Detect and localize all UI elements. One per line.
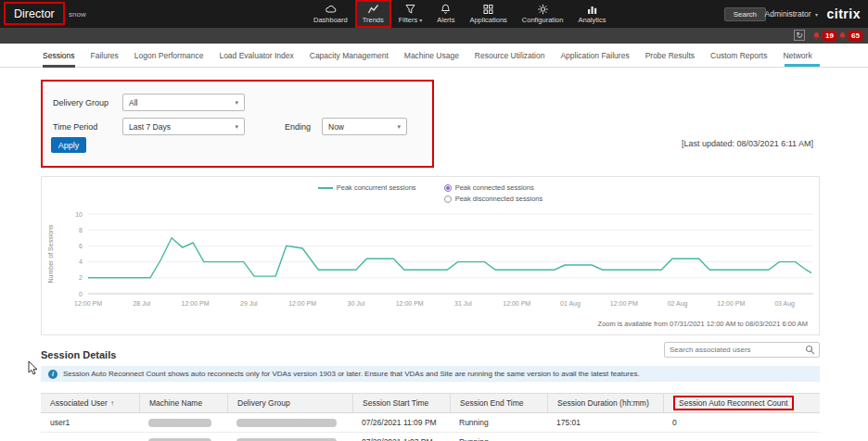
tab-failures[interactable]: Failures xyxy=(91,44,119,68)
nav-applications[interactable]: Applications xyxy=(462,0,514,28)
chevron-down-icon: ▾ xyxy=(235,99,238,107)
svg-text:4: 4 xyxy=(79,258,83,265)
apply-button[interactable]: Apply xyxy=(51,137,86,153)
sessions-chart-panel: Peak concurrent sessions Peak connected … xyxy=(41,176,820,335)
svg-text:6: 6 xyxy=(79,243,83,249)
cloud-icon xyxy=(325,4,337,15)
chevron-down-icon: ▾ xyxy=(419,18,422,23)
radio-selected-icon[interactable] xyxy=(444,184,452,192)
svg-text:8: 8 xyxy=(79,227,83,233)
bar-chart-icon xyxy=(586,4,598,15)
director-logo: Director xyxy=(4,2,65,25)
cell-delivery-group xyxy=(227,413,352,432)
user-menu[interactable]: Administrator ▾ xyxy=(765,9,818,19)
redacted-value xyxy=(148,438,211,441)
legend-peak-concurrent: Peak concurrent sessions xyxy=(318,183,416,192)
tab-capacity-management[interactable]: Capacity Management xyxy=(310,44,389,68)
tab-machine-usage[interactable]: Machine Usage xyxy=(404,44,459,68)
nav-filters[interactable]: Filters▾ xyxy=(391,0,429,28)
warning-alerts-badge[interactable]: 65 xyxy=(838,31,862,41)
search-input[interactable] xyxy=(665,346,805,354)
tab-scrollbar[interactable] xyxy=(785,64,820,67)
sort-ascending-icon: ↑ xyxy=(110,399,114,408)
ending-select[interactable]: Now▾ xyxy=(322,118,407,135)
delivery-group-select[interactable]: All▾ xyxy=(122,94,245,111)
sessions-trend-chart[interactable]: Number of Sessions 024681012:00 PM28 Jul… xyxy=(42,201,821,321)
zoom-availability-note: Zoom is available from 07/31/2021 12:00 … xyxy=(598,320,808,328)
column-header-machine-name[interactable]: Machine Name xyxy=(139,394,227,412)
legend-peak-connected[interactable]: Peak connected sessions xyxy=(444,183,543,192)
cell-session-start-time: 07/28/2021 1:03 PM xyxy=(352,433,450,441)
cell-machine-name xyxy=(139,433,227,441)
cell-session-duration xyxy=(547,433,663,441)
magnifier-icon[interactable] xyxy=(805,345,815,355)
tab-sessions[interactable]: Sessions xyxy=(43,44,75,68)
column-header-associated-user[interactable]: Associated User↑ xyxy=(41,394,139,412)
cell-session-duration: 175:01 xyxy=(547,413,663,432)
citrix-logo: citrix xyxy=(827,6,861,21)
last-updated-text: [Last updated: 08/03/2021 6:11 AM] xyxy=(682,139,813,148)
time-period-select[interactable]: Last 7 Days▾ xyxy=(122,118,245,135)
mouse-cursor xyxy=(28,361,39,375)
svg-text:28 Jul: 28 Jul xyxy=(133,300,150,307)
grid-icon xyxy=(482,4,494,15)
svg-text:Number of Sessions: Number of Sessions xyxy=(47,224,54,284)
cell-reconnect-count: 0 xyxy=(663,413,820,432)
nav-trends[interactable]: Trends xyxy=(355,0,391,28)
column-header-session-start-time[interactable]: Session Start Time xyxy=(352,394,450,412)
chevron-down-icon: ▾ xyxy=(235,123,238,131)
trends-tab-bar: Sessions Failures Logon Performance Load… xyxy=(0,44,868,68)
top-navigation-bar: Director snow Dashboard Trends Filters▾ … xyxy=(0,0,868,28)
redacted-value xyxy=(236,419,337,427)
session-details-title: Session Details xyxy=(41,349,116,360)
annotated-header-label: Session Auto Reconnect Count xyxy=(673,396,794,410)
tab-resource-utilization[interactable]: Resource Utilization xyxy=(475,44,545,68)
critical-alerts-badge[interactable]: 19 xyxy=(812,31,836,41)
tab-application-failures[interactable]: Application Failures xyxy=(560,44,629,68)
column-header-delivery-group[interactable]: Delivery Group xyxy=(227,394,352,412)
trend-line-icon xyxy=(367,4,379,15)
tab-load-evaluator-index[interactable]: Load Evaluator Index xyxy=(219,44,293,68)
tab-logon-performance[interactable]: Logon Performance xyxy=(134,44,204,68)
column-header-session-end-time[interactable]: Session End Time xyxy=(450,394,547,412)
site-name: snow xyxy=(69,10,86,19)
table-header-row: Associated User↑ Machine Name Delivery G… xyxy=(41,393,820,413)
cell-machine-name xyxy=(139,413,227,432)
associated-user-search xyxy=(664,342,820,358)
table-row[interactable]: 07/28/2021 1:03 PM Running xyxy=(41,433,820,441)
refresh-icon[interactable]: ↻ xyxy=(794,30,805,41)
svg-text:31 Jul: 31 Jul xyxy=(454,300,472,307)
nav-configuration[interactable]: Configuration xyxy=(515,0,571,28)
redacted-value xyxy=(148,419,211,427)
funnel-icon xyxy=(404,4,416,15)
svg-text:2: 2 xyxy=(79,274,83,281)
svg-text:12:00 PM: 12:00 PM xyxy=(288,300,316,307)
svg-text:10: 10 xyxy=(75,211,83,218)
cell-session-end-time: Running xyxy=(450,433,547,441)
cell-delivery-group xyxy=(227,433,352,441)
chevron-down-icon: ▾ xyxy=(397,123,401,131)
svg-text:01 Aug: 01 Aug xyxy=(560,300,581,308)
nav-alerts[interactable]: Alerts xyxy=(429,0,462,28)
info-icon: i xyxy=(48,370,57,379)
svg-text:12:00 PM: 12:00 PM xyxy=(503,300,530,307)
svg-text:12:00 PM: 12:00 PM xyxy=(182,300,210,307)
tab-custom-reports[interactable]: Custom Reports xyxy=(710,44,767,68)
tab-probe-results[interactable]: Probe Results xyxy=(645,44,695,68)
column-header-session-duration[interactable]: Session Duration (hh:mm) xyxy=(547,394,663,412)
search-button[interactable]: Search xyxy=(724,7,766,21)
time-period-label: Time Period xyxy=(53,122,97,132)
nav-analytics[interactable]: Analytics xyxy=(570,0,613,28)
svg-text:30 Jul: 30 Jul xyxy=(348,300,365,307)
cell-reconnect-count xyxy=(663,433,820,441)
nav-dashboard[interactable]: Dashboard xyxy=(306,0,355,28)
column-header-session-auto-reconnect-count[interactable]: Session Auto Reconnect Count xyxy=(663,394,820,412)
table-row[interactable]: user1 07/26/2021 11:09 PM Running 175:01… xyxy=(41,413,820,433)
cell-session-end-time: Running xyxy=(450,413,547,432)
delivery-group-label: Delivery Group xyxy=(53,98,108,107)
svg-text:12:00 PM: 12:00 PM xyxy=(74,300,102,307)
svg-text:12:00 PM: 12:00 PM xyxy=(717,300,745,307)
notification-bar: ↻ 19 65 xyxy=(0,28,868,44)
gear-icon xyxy=(537,4,549,15)
line-swatch-icon xyxy=(318,187,333,189)
